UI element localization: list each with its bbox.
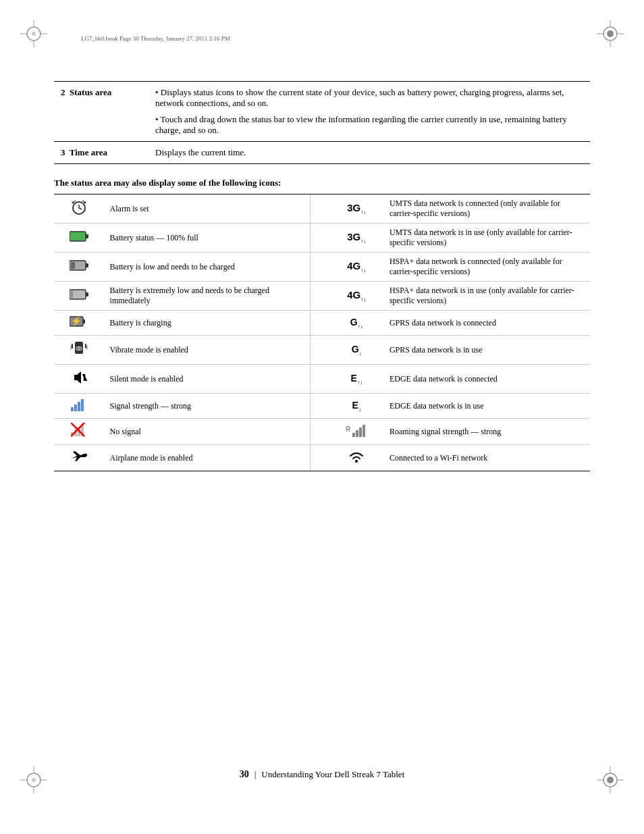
col-divider: [311, 365, 329, 394]
svg-point-7: [607, 30, 614, 37]
status-desc-2: • Touch and drag down the status bar to …: [155, 114, 583, 136]
table-row: Alarm is set 3G↑↓ UMTS data network is c…: [54, 194, 590, 224]
footer: 30 | Understanding Your Dell Streak 7 Ta…: [54, 769, 590, 780]
corner-mark-tl: [20, 20, 47, 47]
table-row: Airplane mode is enabled Connected to a …: [54, 445, 590, 471]
svg-point-19: [607, 777, 614, 783]
battery-low-desc: Battery is low and needs to be charged: [105, 253, 311, 282]
svg-point-66: [355, 460, 358, 463]
icon-3g-connected: 3G↑↓: [329, 194, 384, 224]
icons-table: Alarm is set 3G↑↓ UMTS data network is c…: [54, 194, 590, 471]
col-divider: [311, 224, 329, 253]
edge-inuse-desc: EDGE data network is in use: [384, 394, 590, 419]
info-table: 2 Status area • Displays status icons to…: [54, 81, 590, 164]
col-divider: [311, 445, 329, 471]
svg-line-26: [79, 208, 82, 209]
main-content: 2 Status area • Displays status icons to…: [54, 81, 590, 471]
svg-rect-31: [70, 232, 86, 241]
icon-airplane: [54, 445, 105, 471]
section-heading: The status area may also display some of…: [54, 178, 590, 188]
svg-rect-62: [352, 433, 355, 437]
row-label-2: 2 Status area: [54, 82, 149, 142]
table-row: Signal strength — strong E↓ EDGE data ne…: [54, 394, 590, 419]
row-label-status: Status area: [70, 87, 111, 97]
svg-rect-40: [83, 319, 85, 323]
battery-charging-desc: Battery is charging: [105, 311, 311, 336]
icon-edge-inuse: E↓: [329, 394, 384, 419]
table-row: Battery is extremely low and needs to be…: [54, 282, 590, 311]
col-divider: [311, 282, 329, 311]
svg-marker-48: [74, 371, 81, 384]
svg-rect-65: [363, 425, 365, 437]
row-number-2: 2: [61, 87, 65, 97]
gprs-connected-desc: GPRS data network is connected: [384, 311, 590, 336]
gprs-inuse-desc: GPRS data network is in use: [384, 336, 590, 365]
roaming-strong-desc: Roaming signal strength — strong: [384, 419, 590, 445]
wifi-connected-desc: Connected to a Wi-Fi network: [384, 445, 590, 471]
svg-rect-53: [78, 402, 80, 411]
icon-no-signal: [54, 419, 105, 445]
table-row: 3 Time area Displays the current time.: [54, 142, 590, 164]
corner-mark-bl: [20, 766, 47, 793]
row-label-time: Time area: [70, 147, 107, 157]
alarm-desc: Alarm is set: [105, 194, 311, 224]
col-divider: [311, 253, 329, 282]
row-desc-status: • Displays status icons to show the curr…: [149, 82, 590, 142]
icon-alarm: [54, 194, 105, 224]
icon-4g-connected: 4G↑↓: [329, 253, 384, 282]
svg-text:ↂ: ↂ: [76, 346, 82, 352]
table-row: Silent mode is enabled E↑↓ EDGE data net…: [54, 365, 590, 394]
svg-rect-64: [359, 427, 362, 437]
icon-battery-charging: ⚡: [54, 311, 105, 336]
svg-point-1: [32, 32, 36, 36]
row-label-3: 3 Time area: [54, 142, 149, 164]
icon-signal-strong: [54, 394, 105, 419]
svg-rect-34: [71, 262, 75, 269]
page: LG7_bk0.book Page 30 Thursday, January 2…: [0, 0, 644, 834]
4g-inuse-desc: HSPA+ data network is in use (only avail…: [384, 282, 590, 311]
footer-text: Understanding Your Dell Streak 7 Tablet: [261, 769, 404, 780]
svg-point-30: [84, 202, 86, 204]
icon-gprs-inuse: G↓: [329, 336, 384, 365]
no-signal-desc: No signal: [105, 419, 311, 445]
svg-rect-63: [356, 430, 358, 437]
battery-full-desc: Battery status — 100% full: [105, 224, 311, 253]
vibrate-desc: Vibrate mode is enabled: [105, 336, 311, 365]
icon-battery-full: [54, 224, 105, 253]
table-row: ↂ Vibrate mode is enabled G↓ GPRS data n…: [54, 336, 590, 365]
icon-3g-inuse: 3G↑↓: [329, 224, 384, 253]
svg-rect-38: [86, 292, 88, 296]
table-row: 2 Status area • Displays status icons to…: [54, 82, 590, 142]
svg-rect-32: [86, 234, 88, 238]
4g-connected-desc: HSPA+ data network is connected (only av…: [384, 253, 590, 282]
svg-rect-37: [71, 291, 73, 298]
svg-rect-54: [81, 399, 84, 411]
svg-rect-51: [71, 407, 74, 411]
col-divider: [311, 419, 329, 445]
row-number-3: 3: [61, 147, 65, 157]
col-divider: [311, 311, 329, 336]
svg-rect-52: [74, 405, 77, 411]
icon-battery-low: [54, 253, 105, 282]
col-divider: [311, 394, 329, 419]
svg-rect-35: [86, 263, 88, 267]
status-desc-1: • Displays status icons to show the curr…: [155, 87, 583, 109]
row-desc-time: Displays the current time.: [149, 142, 590, 164]
icon-roaming-strong: R: [329, 419, 384, 445]
edge-connected-desc: EDGE data network is connected: [384, 365, 590, 394]
airplane-desc: Airplane mode is enabled: [105, 445, 311, 471]
icon-wifi-connected: [329, 445, 384, 471]
page-number: 30: [240, 769, 249, 780]
icon-gprs-connected: G↑↓: [329, 311, 384, 336]
col-divider: [311, 194, 329, 224]
icon-vibrate: ↂ: [54, 336, 105, 365]
col-divider: [311, 336, 329, 365]
table-row: Battery is low and needs to be charged 4…: [54, 253, 590, 282]
icon-4g-inuse: 4G↑↓: [329, 282, 384, 311]
corner-mark-br: [597, 766, 624, 793]
table-row: ⚡ Battery is charging G↑↓ GPRS data netw…: [54, 311, 590, 336]
signal-strong-desc: Signal strength — strong: [105, 394, 311, 419]
file-label: LG7_bk0.book Page 30 Thursday, January 2…: [81, 35, 230, 42]
corner-mark-tr: [597, 20, 624, 47]
svg-text:⚡: ⚡: [71, 315, 82, 327]
